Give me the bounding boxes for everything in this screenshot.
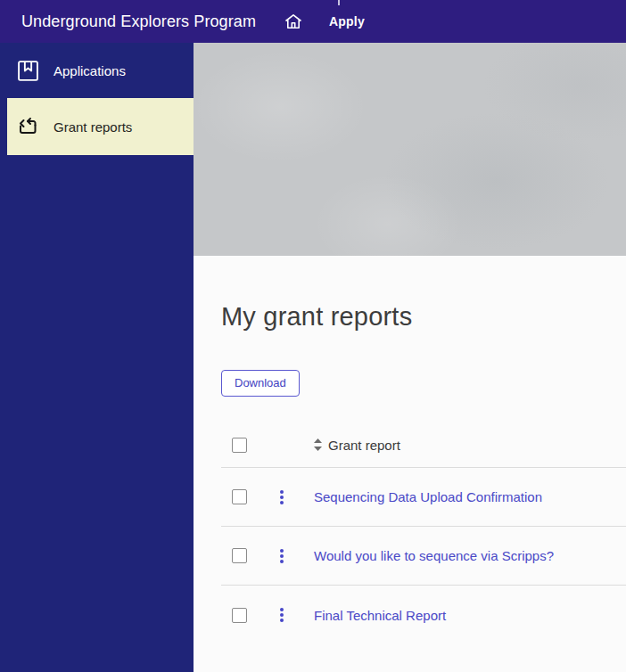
main-content: My grant reports Download Grant report (194, 43, 626, 672)
kebab-menu-icon[interactable] (278, 547, 285, 565)
row-checkbox[interactable] (232, 548, 247, 563)
home-button[interactable] (283, 11, 304, 32)
download-button[interactable]: Download (221, 370, 300, 397)
row-checkbox[interactable] (232, 608, 247, 623)
row-checkbox-cell (221, 548, 275, 563)
grant-report-link[interactable]: Final Technical Report (314, 608, 446, 623)
sidebar-item-label: Applications (54, 63, 126, 78)
row-title-cell: Sequencing Data Upload Confirmation (314, 489, 626, 504)
header-title-cell: Grant report (314, 438, 626, 453)
row-menu-cell (275, 606, 314, 624)
row-title-cell: Would you like to sequence via Scripps? (314, 548, 626, 563)
sidebar: Applications Grant reports (0, 43, 194, 672)
sidebar-item-grant-reports[interactable]: Grant reports (7, 98, 194, 155)
grant-reports-section: My grant reports Download Grant report (194, 256, 626, 644)
grant-reports-table: Grant report Sequencing Data Upload Conf… (221, 422, 626, 644)
kebab-menu-icon[interactable] (278, 488, 285, 506)
header-checkbox-cell (221, 438, 275, 453)
row-checkbox[interactable] (232, 489, 247, 504)
sidebar-item-applications[interactable]: Applications (0, 43, 194, 98)
row-checkbox-cell (221, 489, 275, 504)
apply-link[interactable]: Apply (329, 14, 365, 29)
page-title: My grant reports (221, 299, 626, 333)
topbar: Underground Explorers Program Apply (0, 0, 626, 43)
app-title: Underground Explorers Program (21, 12, 256, 31)
grant-report-link[interactable]: Would you like to sequence via Scripps? (314, 548, 554, 563)
table-header-row: Grant report (221, 422, 626, 468)
kebab-menu-icon[interactable] (278, 606, 285, 624)
home-icon (284, 12, 303, 31)
sidebar-item-label: Grant reports (54, 119, 132, 135)
row-menu-cell (275, 488, 314, 506)
row-checkbox-cell (221, 608, 275, 623)
grant-report-link[interactable]: Sequencing Data Upload Confirmation (314, 489, 542, 504)
sort-arrows-icon[interactable] (314, 438, 322, 451)
row-title-cell: Final Technical Report (314, 608, 626, 623)
repeat-icon (16, 115, 39, 138)
header-banner-image (194, 43, 626, 256)
select-all-checkbox[interactable] (232, 438, 247, 453)
row-menu-cell (275, 547, 314, 565)
bookmark-icon (16, 59, 39, 82)
table-row: Sequencing Data Upload Confirmation (221, 468, 626, 527)
table-row: Would you like to sequence via Scripps? (221, 527, 626, 586)
column-header-grant-report[interactable]: Grant report (328, 438, 400, 453)
topbar-tick-artifact (338, 0, 340, 5)
table-row: Final Technical Report (221, 586, 626, 644)
